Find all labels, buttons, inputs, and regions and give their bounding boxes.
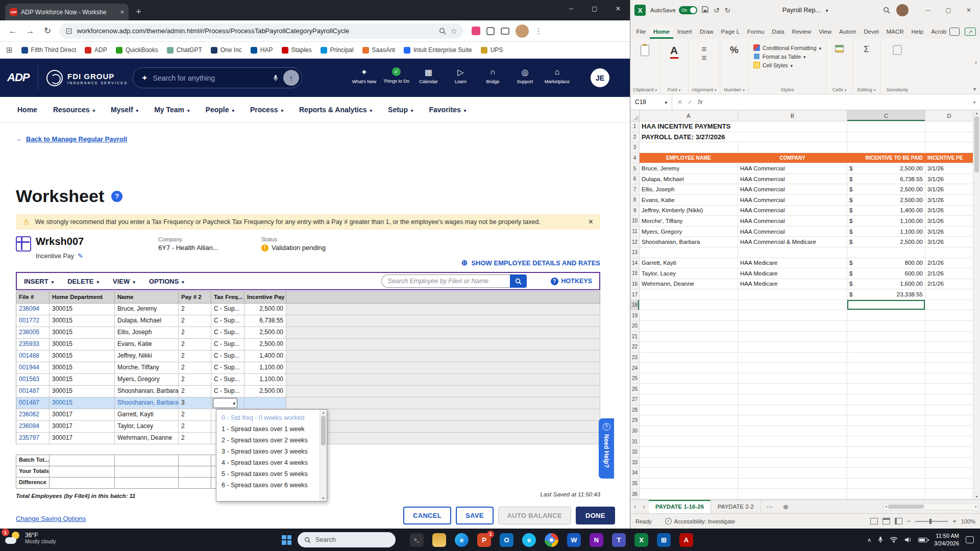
zoom-slider[interactable]	[915, 521, 948, 522]
cell-C27[interactable]	[847, 394, 925, 405]
vertical-scrollbar[interactable]: ▲ ▼	[973, 110, 980, 499]
cell-C3[interactable]	[847, 142, 925, 153]
scroll-right-icon[interactable]: ▸	[975, 505, 977, 509]
bookmark-star-icon[interactable]: ☆	[451, 27, 457, 36]
totals-cell[interactable]	[179, 455, 211, 466]
employee-search-button[interactable]	[510, 274, 527, 288]
share-icon[interactable]: ↗	[965, 28, 976, 36]
cell-pay-number[interactable]: 2	[179, 386, 211, 397]
totals-cell[interactable]	[50, 478, 115, 489]
search-icon[interactable]	[883, 7, 890, 14]
ribbon-collapse-icon[interactable]: ▾	[973, 86, 976, 92]
more-sheets-icon[interactable]: ⋯	[761, 503, 778, 511]
cell-B14[interactable]: HAA Medicare	[738, 258, 847, 269]
cell-D5[interactable]: 3/1/26	[925, 163, 973, 174]
taskbar-app-icon[interactable]: T	[612, 533, 626, 547]
browser-tab[interactable]: ADP ADP Workforce Now - Workshe ×	[5, 4, 129, 20]
cell-D35[interactable]	[925, 479, 973, 489]
autosave-control[interactable]: AutoSave On	[650, 6, 697, 14]
font-button[interactable]: A	[670, 45, 678, 59]
close-button[interactable]: ✕	[959, 7, 979, 14]
taskbar-app-icon[interactable]: e	[522, 533, 536, 547]
cell-B12[interactable]: HAA Commercial & Medicare	[738, 237, 847, 247]
cell-C25[interactable]	[847, 373, 925, 384]
bookmark-item[interactable]: QuickBooks	[116, 46, 158, 54]
cell-employee-name[interactable]: Taylor, Lacey	[115, 421, 179, 433]
ribbon-tab[interactable]: View	[815, 24, 836, 39]
cell-C16[interactable]: $1,600.00	[847, 279, 925, 290]
address-bar[interactable]: ⊡ workforcenow.adp.com/theme/admin.html#…	[59, 23, 463, 39]
dropdown-scrollbar[interactable]: ▲ ▼	[320, 410, 327, 501]
nav-item[interactable]: Favorites	[429, 106, 466, 114]
battery-icon[interactable]	[918, 538, 927, 542]
row-number[interactable]: 13	[630, 247, 640, 258]
ribbon-tab[interactable]: Formu	[744, 24, 768, 39]
cell-C2[interactable]	[847, 132, 925, 143]
cell-C30[interactable]	[847, 426, 925, 437]
col-header-tax-freq[interactable]: Tax Freq...	[211, 292, 244, 304]
cell-B16[interactable]: HAA Medicare	[738, 279, 847, 290]
row-number[interactable]: 16	[630, 279, 640, 290]
cell-pay-number[interactable]: 2	[179, 350, 211, 362]
cell-file-number[interactable]: 236094	[16, 304, 50, 315]
header-shortcut[interactable]: ▷ Learn	[445, 65, 477, 84]
cell-D25[interactable]	[925, 373, 973, 384]
cell-D11[interactable]: 3/1/26	[925, 227, 973, 237]
row-number[interactable]: 22	[630, 342, 640, 353]
row-number[interactable]: 30	[630, 426, 640, 437]
scroll-up-icon[interactable]: ▲	[975, 111, 978, 115]
cell-tax-frequency[interactable]: C - Sup...	[214, 387, 240, 394]
cell-B35[interactable]	[738, 479, 847, 489]
new-sheet-icon[interactable]: ⊕	[778, 503, 794, 511]
cell-C13[interactable]	[847, 247, 925, 258]
site-info-icon[interactable]: ⊡	[65, 26, 72, 36]
normal-view-icon[interactable]	[870, 518, 878, 524]
cell-D19[interactable]	[925, 310, 973, 321]
ribbon-tab[interactable]: Home	[650, 24, 674, 39]
adp-search-bar[interactable]: ✦ Search for anything ↑	[133, 67, 302, 88]
cell-D4[interactable]: INCENTIVE PE	[925, 153, 973, 164]
cell-B29[interactable]	[738, 415, 847, 426]
cell-pay-number[interactable]: 2	[179, 433, 211, 444]
cell-D31[interactable]	[925, 436, 973, 447]
cells-button[interactable]	[835, 45, 844, 53]
nav-item[interactable]: Myself	[111, 106, 138, 114]
cell-C31[interactable]	[847, 436, 925, 447]
sheet-tab[interactable]: PAYDATE 1-16-26	[649, 500, 711, 513]
cell-A1[interactable]: HAA INCENTIVE PAYMENTS	[640, 121, 738, 132]
cell-A29[interactable]	[640, 415, 738, 426]
tray-overflow-icon[interactable]: ∧	[867, 537, 871, 543]
col-header-department[interactable]: Home Department	[50, 292, 115, 304]
cell-C24[interactable]	[847, 363, 925, 373]
paste-button[interactable]	[641, 45, 649, 56]
cell-B15[interactable]: HAA Medicare	[738, 268, 847, 279]
cell-file-number[interactable]: 001772	[16, 315, 50, 327]
hotkeys-link[interactable]: ? HOTKEYS	[551, 278, 592, 285]
cell-employee-name[interactable]: Garrett, Kayti	[115, 409, 179, 421]
cell-A6[interactable]: Dulapa, Michael	[640, 174, 738, 185]
cell-A5[interactable]: Bruce, Jeremy	[640, 163, 738, 174]
cell-file-number[interactable]: 236005	[16, 327, 50, 339]
zoom-in-icon[interactable]: +	[952, 517, 957, 525]
cell-D21[interactable]	[925, 332, 973, 342]
cell-C35[interactable]	[847, 479, 925, 489]
cell-incentive-pay[interactable]	[244, 397, 286, 409]
cell-D26[interactable]	[925, 384, 973, 394]
cell-D27[interactable]	[925, 394, 973, 405]
row-number[interactable]: 29	[630, 415, 640, 426]
cell-A3[interactable]	[640, 142, 738, 153]
table-row[interactable]: 001487 300015 Shooshanian, Barbara 3	[16, 397, 600, 409]
taskbar-app-icon[interactable]: X	[634, 533, 648, 547]
taskbar-app-icon[interactable]: A	[679, 533, 693, 547]
row-number[interactable]: 34	[630, 468, 640, 479]
cell-D23[interactable]	[925, 353, 973, 363]
name-box[interactable]: C18	[630, 94, 672, 110]
cell-B28[interactable]	[738, 405, 847, 416]
bookmark-item[interactable]: ChatGPT	[167, 46, 202, 54]
cell-B2[interactable]	[738, 132, 847, 143]
col-header-name[interactable]: Name	[115, 292, 179, 304]
cell-B10[interactable]: HAA Commercial	[738, 216, 847, 227]
maximize-button[interactable]: ▢	[938, 7, 959, 14]
row-number[interactable]: 4	[630, 153, 640, 164]
cell-tax-frequency[interactable]: C - Sup...	[214, 352, 240, 359]
